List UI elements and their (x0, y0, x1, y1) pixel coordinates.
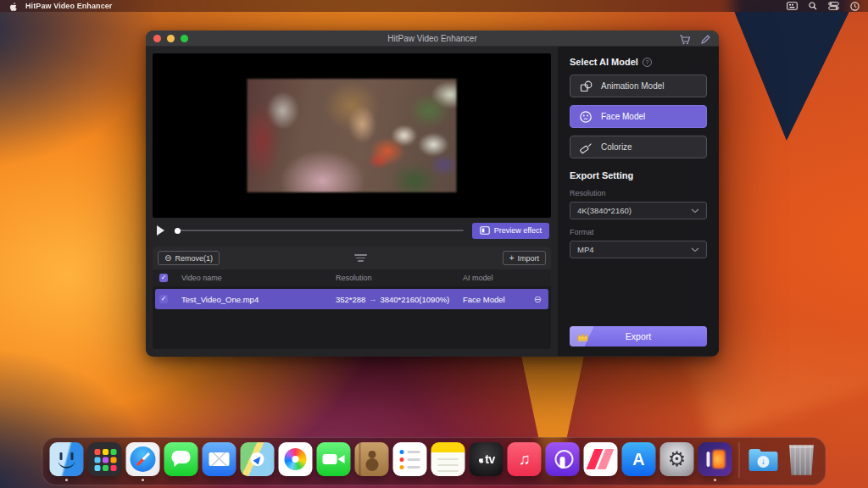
table-row[interactable]: ✓ Test_Video_One.mp4 352*288 → 3840*2160… (155, 289, 548, 309)
video-preview-area[interactable] (153, 53, 551, 218)
row-checkbox[interactable]: ✓ (159, 295, 168, 303)
resolution-select[interactable]: 4K(3840*2160) (570, 202, 707, 219)
seek-slider[interactable] (175, 226, 464, 235)
preview-effect-button[interactable]: Preview effect (472, 223, 549, 239)
video-frame (248, 79, 457, 192)
column-video-name: Video name (181, 274, 336, 282)
file-list-toolbar: ⊖ Remove(1) + Import (153, 247, 551, 269)
menubar-app-name[interactable]: HitPaw Video Enhancer (25, 2, 112, 10)
dock-icon-hitpaw[interactable] (698, 442, 732, 476)
resolution-label: Resolution (570, 189, 707, 197)
column-ai-model: AI model (463, 274, 527, 282)
dock-icon-messages[interactable] (164, 442, 198, 476)
dock-icon-finder[interactable] (50, 442, 84, 476)
dock: tv ♫ A ⚙ ↓ (42, 437, 826, 485)
format-label: Format (570, 228, 707, 236)
column-resolution: Resolution (336, 274, 463, 282)
format-select[interactable]: MP4 (570, 241, 707, 258)
remove-button[interactable]: ⊖ Remove(1) (158, 251, 220, 265)
dock-separator (739, 442, 740, 478)
dock-icon-trash[interactable] (785, 442, 819, 476)
info-icon[interactable]: ? (643, 58, 652, 67)
dock-icon-contacts[interactable] (355, 442, 389, 476)
minimize-button[interactable] (167, 35, 175, 42)
control-center-icon[interactable] (828, 2, 839, 10)
file-list-header: ✓ Video name Resolution AI model (153, 269, 551, 286)
chevron-down-icon (691, 208, 699, 214)
dock-icon-facetime[interactable] (317, 442, 351, 476)
dock-icon-podcasts[interactable] (546, 442, 580, 476)
clock-icon[interactable] (850, 2, 860, 11)
seek-slider-thumb[interactable] (175, 228, 181, 234)
animation-model-icon (579, 80, 593, 93)
face-model-icon (579, 110, 593, 124)
apple-menu-icon[interactable] (8, 1, 18, 12)
dock-icon-photos[interactable] (279, 442, 313, 476)
dock-icon-notes[interactable] (431, 442, 465, 476)
crown-icon (576, 330, 589, 346)
arrow-right-icon: → (369, 295, 376, 303)
settings-panel: Select AI Model ? Animation Model Face M… (558, 47, 719, 356)
select-ai-model-title: Select AI Model (570, 57, 638, 67)
row-video-name: Test_Video_One.mp4 (181, 295, 336, 304)
input-source-icon[interactable] (787, 2, 798, 10)
chevron-down-icon (691, 247, 699, 252)
export-button[interactable]: Export (570, 326, 707, 347)
window-titlebar[interactable]: HitPaw Video Enhancer (146, 30, 719, 47)
dock-icon-mail[interactable] (203, 442, 236, 476)
dock-icon-safari[interactable] (126, 442, 160, 476)
dock-icon-news[interactable] (584, 442, 618, 476)
gear-icon: ⚙ (668, 449, 687, 469)
minus-circle-icon: ⊖ (164, 254, 171, 263)
dock-icon-reminders[interactable] (393, 442, 427, 476)
desktop: HitPaw Video Enhancer HitPaw Vi (0, 0, 868, 488)
select-all-checkbox[interactable]: ✓ (159, 274, 168, 282)
import-button[interactable]: + Import (503, 251, 546, 265)
menu-bar: HitPaw Video Enhancer (0, 0, 868, 12)
file-list-panel: ⊖ Remove(1) + Import ✓ Video na (153, 247, 551, 349)
dock-icon-tv[interactable]: tv (470, 442, 504, 476)
window-title: HitPaw Video Enhancer (387, 34, 476, 43)
spotlight-search-icon[interactable] (809, 2, 817, 10)
colorize-button[interactable]: Colorize (570, 136, 707, 158)
dock-icon-downloads[interactable]: ↓ (747, 442, 781, 476)
close-button[interactable] (153, 35, 161, 42)
animation-model-button[interactable]: Animation Model (570, 75, 707, 97)
dock-icon-music[interactable]: ♫ (508, 442, 542, 476)
dock-icon-app-store[interactable]: A (622, 442, 656, 476)
row-ai-model: Face Model (463, 295, 527, 304)
compare-icon (480, 226, 490, 235)
play-button[interactable] (154, 225, 166, 236)
dock-icon-launchpad[interactable] (88, 442, 122, 476)
dock-icon-maps[interactable] (241, 442, 275, 476)
download-arrow-icon: ↓ (758, 456, 770, 468)
row-remove-icon[interactable]: ⊖ (534, 295, 542, 304)
colorize-icon (579, 141, 593, 154)
plus-icon: + (509, 254, 515, 263)
dock-icon-system-settings[interactable]: ⚙ (660, 442, 694, 476)
resize-handle-icon[interactable] (354, 254, 367, 262)
export-setting-title: Export Setting (570, 170, 707, 180)
player-controls: Preview effect (153, 218, 551, 243)
preview-section: Preview effect ⊖ Remove(1) + (146, 47, 558, 356)
zoom-button[interactable] (181, 35, 188, 42)
row-resolution: 352*288 → 3840*2160(1090%) (336, 295, 463, 304)
hitpaw-window: HitPaw Video Enhancer (146, 30, 719, 357)
face-model-button[interactable]: Face Model (570, 105, 707, 128)
